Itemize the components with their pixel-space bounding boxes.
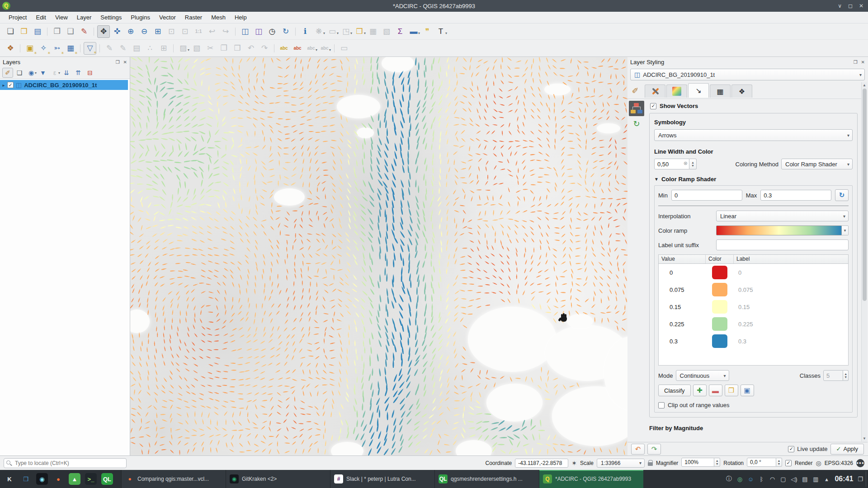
coordinate-extents-icon[interactable]: ✶ <box>571 460 577 467</box>
history-item[interactable]: ↻ <box>629 119 644 129</box>
tray-display-icon[interactable]: ▢ <box>778 474 788 484</box>
color-ramp-shader-collapse[interactable]: ▼ Color Ramp Shader <box>654 176 853 183</box>
menu-item[interactable]: Edit <box>32 13 50 22</box>
identify-features-button[interactable]: ℹ <box>299 25 311 38</box>
rotation-input[interactable] <box>747 458 776 467</box>
scroll-down-icon[interactable]: ▼ <box>862 436 867 441</box>
collapse-all-button[interactable]: ⇈ <box>73 68 84 78</box>
select-features-button[interactable]: ▭ ▾ <box>326 25 339 38</box>
zoom-next-button[interactable]: ↪ <box>219 25 232 38</box>
load-color-map-button[interactable]: ❒ <box>725 385 738 396</box>
label-unit-suffix-input[interactable] <box>716 239 849 250</box>
diagram-options-button[interactable]: abc ▾ <box>318 42 331 55</box>
close-panel-icon[interactable]: ✕ <box>861 60 865 65</box>
measure-button[interactable]: ▬ ▾ <box>407 25 420 38</box>
add-feature-button[interactable]: ∴ <box>144 42 156 55</box>
magnifier-input[interactable] <box>681 458 714 467</box>
text-annotation-button[interactable]: T ▾ <box>434 25 447 38</box>
new-virtual-layer-button[interactable]: ▽ ✳ <box>84 42 96 55</box>
classes-steppers[interactable]: ▲▼ <box>843 370 849 381</box>
zoom-out-button[interactable]: ⊖ <box>138 25 151 38</box>
interpolation-combo[interactable]: Linear <box>716 211 849 221</box>
tray-expand-icon[interactable]: ▴ <box>822 474 831 484</box>
toggle-editing-button[interactable]: ✎ <box>117 42 129 55</box>
data-source-manager-button[interactable]: ❖ <box>4 42 17 55</box>
app-launcher-icon[interactable]: K <box>2 471 17 487</box>
classes-input[interactable] <box>823 370 843 381</box>
paste-features-button[interactable]: ❒ <box>231 42 244 55</box>
multiedit-button[interactable]: ▧ <box>190 42 203 55</box>
tray-network-icon[interactable]: ◠ <box>768 474 777 484</box>
tray-volume-icon[interactable]: ◁) <box>789 474 798 484</box>
coloring-method-combo[interactable]: Color Ramp Shader <box>781 159 853 169</box>
terminal-icon[interactable]: >_ <box>83 471 99 487</box>
save-color-map-button[interactable]: ▣ <box>741 385 754 396</box>
new-bookmark-button[interactable]: ◫ <box>239 25 251 38</box>
statistics-button[interactable]: Σ <box>394 25 406 38</box>
color-swatch[interactable] <box>712 283 727 296</box>
temporal-controller-button[interactable]: ◷ <box>266 25 278 38</box>
pan-map-button[interactable]: ✥ <box>97 25 110 38</box>
redo-style-button[interactable]: ↷ <box>647 444 661 455</box>
styling-scrollbar[interactable]: ▲ ▼ <box>861 82 867 441</box>
color-swatch[interactable] <box>712 317 727 331</box>
filter-by-expression-button[interactable]: ε ▾ <box>49 68 60 78</box>
line-width-steppers[interactable]: ▲▼ <box>689 159 697 169</box>
tray-notes-icon[interactable]: ▤ <box>800 474 809 484</box>
copy-features-button[interactable]: ❐ <box>217 42 230 55</box>
modify-attributes-button[interactable]: ▨ ▾ <box>177 42 189 55</box>
menu-item[interactable]: View <box>51 13 72 22</box>
zoom-last-button[interactable]: ↩ <box>206 25 218 38</box>
file-manager-icon[interactable]: ❒ <box>18 471 33 487</box>
manage-map-themes-button[interactable]: ◉ ▾ <box>26 68 37 78</box>
new-print-layout-button[interactable]: ❐ <box>51 25 63 38</box>
show-vectors-checkbox[interactable]: ✓ <box>650 103 656 109</box>
scroll-up-icon[interactable]: ▲ <box>862 83 867 87</box>
maximize-button[interactable]: ◻ <box>848 3 853 9</box>
current-edits-button[interactable]: ✎ <box>103 42 116 55</box>
zoom-to-layer-button[interactable]: ⊡ <box>179 25 191 38</box>
tab-contours[interactable] <box>666 84 687 98</box>
scale-combo[interactable]: 1:33966 <box>597 459 645 468</box>
mode-combo[interactable]: Continuous <box>676 370 729 381</box>
expander-icon[interactable]: ▸ <box>0 83 7 88</box>
layer-item-adcirc[interactable]: ▸ ✓ ◫ ADCIRC_BG_20190910_1t <box>0 80 128 90</box>
field-calculator-button[interactable]: ▧ <box>380 25 393 38</box>
color-ramp-table-row[interactable]: 0.3 0.3 <box>659 333 848 350</box>
task-firefox[interactable]: ● Comparing qgis:master...vcl... <box>121 470 226 488</box>
color-swatch[interactable] <box>712 300 727 314</box>
new-spatialite-layer-button[interactable]: ➳ ✳ <box>51 42 63 55</box>
live-update-checkbox[interactable]: ✓ <box>788 446 794 452</box>
select-by-form-button[interactable]: ❒ ▾ <box>353 25 366 38</box>
map-tips-button[interactable]: ❞ <box>421 25 434 38</box>
qt-creator-icon[interactable]: QL <box>99 471 115 487</box>
task-qgis[interactable]: Q *ADCIRC - QGIS 26427ab9993 <box>539 470 643 488</box>
render-checkbox[interactable]: ✓ <box>785 460 792 466</box>
open-layer-styling-button[interactable]: ✐ <box>2 68 13 78</box>
undo-edit-button[interactable]: ↶ <box>245 42 257 55</box>
task-slack[interactable]: # Slack | * peterp | Lutra Con... <box>330 470 434 488</box>
locate-search[interactable] <box>4 458 127 468</box>
map-canvas[interactable] <box>130 57 627 455</box>
zoom-native-button[interactable]: 1:1 <box>192 25 205 38</box>
expand-all-button[interactable]: ⇊ <box>61 68 72 78</box>
tab-averaging[interactable]: ❖ <box>731 84 752 98</box>
color-ramp-table-row[interactable]: 0.075 0.075 <box>659 281 848 298</box>
redo-edit-button[interactable]: ↷ <box>258 42 271 55</box>
rotation-steppers[interactable]: ▲▼ <box>776 458 782 467</box>
menu-item[interactable]: Layer <box>73 13 96 22</box>
lock-scale-icon[interactable] <box>648 462 653 466</box>
scrollbar-thumb[interactable] <box>863 89 867 301</box>
tab-vectors[interactable]: ↘ <box>688 83 709 98</box>
float-panel-icon[interactable]: ❐ <box>854 60 858 65</box>
highlight-pinned-labels-button[interactable]: ▭ <box>338 42 350 55</box>
tray-clipboard-icon[interactable]: ▥ <box>811 474 820 484</box>
remove-value-button[interactable]: ▬ <box>709 385 722 396</box>
image-viewer-icon[interactable]: ▲ <box>67 471 82 487</box>
tray-accessibility-icon[interactable]: ☺ <box>746 474 755 484</box>
symbology-combo[interactable]: Arrows <box>654 129 853 141</box>
task-qtcreator[interactable]: QL qgsmeshrenderersettings.h ... <box>434 470 539 488</box>
new-shapefile-layer-button[interactable]: ✧ ✳ <box>37 42 50 55</box>
color-ramp-table-row[interactable]: 0.15 0.15 <box>659 298 848 315</box>
menu-item[interactable]: Settings <box>96 13 126 22</box>
